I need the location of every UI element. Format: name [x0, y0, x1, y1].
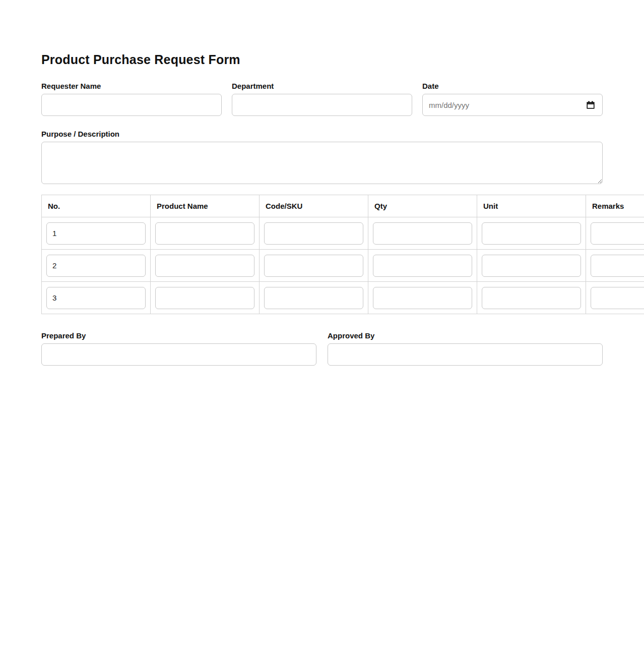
date-label: Date [422, 82, 603, 90]
table-row [42, 250, 644, 282]
col-header-product-name: Product Name [151, 195, 260, 217]
row3-product-name-input[interactable] [155, 287, 254, 309]
prepared-by-field-group: Prepared By [41, 331, 316, 366]
row3-unit-input[interactable] [482, 287, 581, 309]
top-fields-row: Requester Name Department Date [41, 82, 603, 116]
purpose-field-group: Purpose / Description [41, 130, 603, 184]
form-page: Product Purchase Request Form Requester … [0, 0, 603, 366]
date-field-group: Date [422, 82, 603, 116]
row2-qty-input[interactable] [373, 255, 472, 277]
date-input-wrap [422, 94, 603, 116]
row1-unit-input[interactable] [482, 222, 581, 245]
table-row [42, 282, 644, 314]
department-label: Department [232, 82, 412, 90]
row3-no-input[interactable] [46, 287, 146, 309]
approved-by-input[interactable] [328, 343, 603, 366]
items-table-header-row: No. Product Name Code/SKU Qty Unit Remar… [42, 195, 644, 217]
row1-remarks-input[interactable] [591, 222, 644, 245]
table-row [42, 217, 644, 250]
col-header-code-sku: Code/SKU [260, 195, 368, 217]
row2-code-sku-input[interactable] [264, 255, 363, 277]
row1-no-input[interactable] [46, 222, 146, 245]
row3-remarks-input[interactable] [591, 287, 644, 309]
col-header-remarks: Remarks [586, 195, 644, 217]
row1-product-name-input[interactable] [155, 222, 254, 245]
department-input[interactable] [232, 94, 412, 116]
department-field-group: Department [232, 82, 412, 116]
requester-name-field-group: Requester Name [41, 82, 222, 116]
items-table: No. Product Name Code/SKU Qty Unit Remar… [41, 195, 644, 314]
row1-code-sku-input[interactable] [264, 222, 363, 245]
approved-by-field-group: Approved By [328, 331, 603, 366]
row1-qty-input[interactable] [373, 222, 472, 245]
page-title: Product Purchase Request Form [41, 52, 603, 67]
purpose-label: Purpose / Description [41, 130, 603, 138]
col-header-no: No. [42, 195, 151, 217]
row3-code-sku-input[interactable] [264, 287, 363, 309]
approved-by-label: Approved By [328, 331, 603, 340]
prepared-by-input[interactable] [41, 343, 316, 366]
date-input[interactable] [422, 94, 603, 116]
row2-remarks-input[interactable] [591, 255, 644, 277]
purpose-textarea[interactable] [41, 142, 603, 184]
row2-unit-input[interactable] [482, 255, 581, 277]
row3-qty-input[interactable] [373, 287, 472, 309]
row2-no-input[interactable] [46, 255, 146, 277]
col-header-unit: Unit [477, 195, 586, 217]
signature-fields-row: Prepared By Approved By [41, 331, 603, 366]
prepared-by-label: Prepared By [41, 331, 316, 340]
col-header-qty: Qty [368, 195, 477, 217]
requester-name-label: Requester Name [41, 82, 222, 90]
row2-product-name-input[interactable] [155, 255, 254, 277]
calendar-icon[interactable] [587, 101, 595, 109]
requester-name-input[interactable] [41, 94, 222, 116]
